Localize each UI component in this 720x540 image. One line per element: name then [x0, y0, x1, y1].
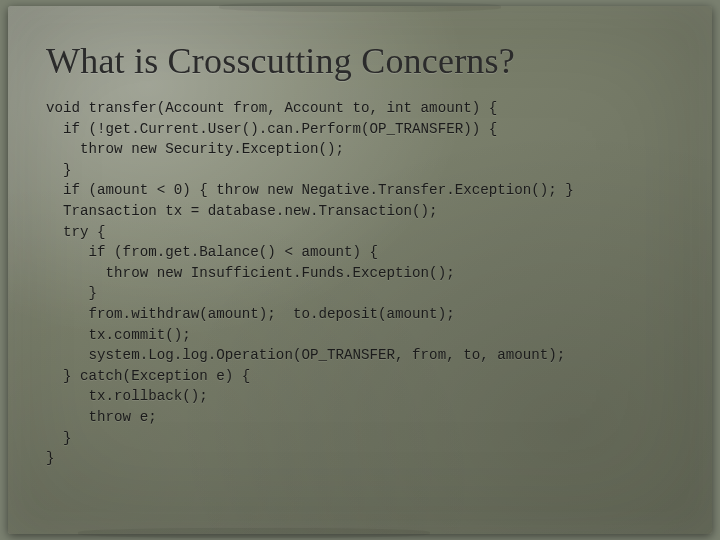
code-block: void transfer(Account from, Account to, … [46, 98, 674, 469]
slide-content: What is Crosscutting Concerns? void tran… [8, 6, 712, 489]
slide-title: What is Crosscutting Concerns? [46, 40, 674, 82]
slide-paper-background: What is Crosscutting Concerns? void tran… [8, 6, 712, 534]
